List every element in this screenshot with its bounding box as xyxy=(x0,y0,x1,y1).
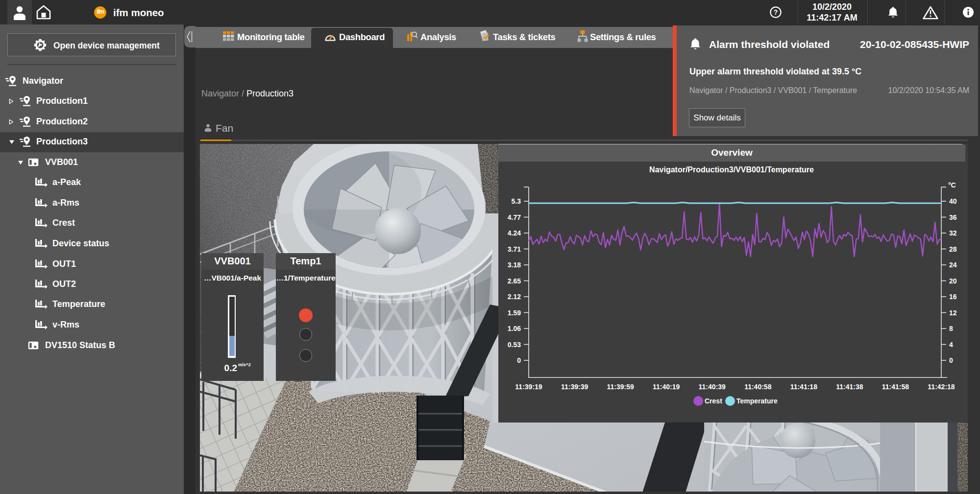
svg-text:4.24: 4.24 xyxy=(508,229,521,237)
svg-text:40: 40 xyxy=(949,197,957,205)
svg-text:16: 16 xyxy=(949,293,957,301)
svg-text:11:39:39: 11:39:39 xyxy=(561,383,588,391)
svg-text:11:41:18: 11:41:18 xyxy=(790,383,817,391)
svg-text:3.71: 3.71 xyxy=(508,245,521,253)
svg-text:Navigator/Production3/VVB001/T: Navigator/Production3/VVB001/Temperature xyxy=(649,165,814,174)
svg-text:0: 0 xyxy=(949,356,953,364)
svg-text:11:42:18: 11:42:18 xyxy=(928,383,955,391)
svg-text:32: 32 xyxy=(949,229,957,237)
svg-text:1.59: 1.59 xyxy=(508,309,521,317)
svg-text:28: 28 xyxy=(949,245,957,253)
svg-text:11:41:58: 11:41:58 xyxy=(882,383,909,391)
svg-text:11:40:19: 11:40:19 xyxy=(653,383,680,391)
svg-text:11:40:58: 11:40:58 xyxy=(744,383,771,391)
svg-text:Temperature: Temperature xyxy=(736,397,778,405)
svg-text:3.18: 3.18 xyxy=(508,261,521,269)
svg-text:?: ? xyxy=(774,8,778,16)
svg-text:11:40:39: 11:40:39 xyxy=(699,383,726,391)
svg-text:4.77: 4.77 xyxy=(508,213,521,221)
svg-text:8: 8 xyxy=(949,325,953,332)
svg-text:20: 20 xyxy=(949,277,957,285)
svg-text:2.12: 2.12 xyxy=(508,293,521,301)
svg-text:4: 4 xyxy=(949,341,953,349)
svg-text:24: 24 xyxy=(949,261,957,269)
svg-text:11:39:19: 11:39:19 xyxy=(515,383,542,391)
svg-text:2.65: 2.65 xyxy=(508,277,521,285)
svg-text:11:39:59: 11:39:59 xyxy=(607,383,634,391)
svg-text:Crest: Crest xyxy=(705,397,722,405)
svg-text:°C: °C xyxy=(948,181,956,189)
svg-text:5.3: 5.3 xyxy=(512,197,521,205)
svg-text:12: 12 xyxy=(949,309,957,317)
svg-text:36: 36 xyxy=(949,213,957,221)
svg-text:0: 0 xyxy=(517,356,521,364)
svg-text:1.06: 1.06 xyxy=(508,325,521,332)
svg-text:11:41:38: 11:41:38 xyxy=(836,383,863,391)
svg-text:0.53: 0.53 xyxy=(508,341,521,349)
